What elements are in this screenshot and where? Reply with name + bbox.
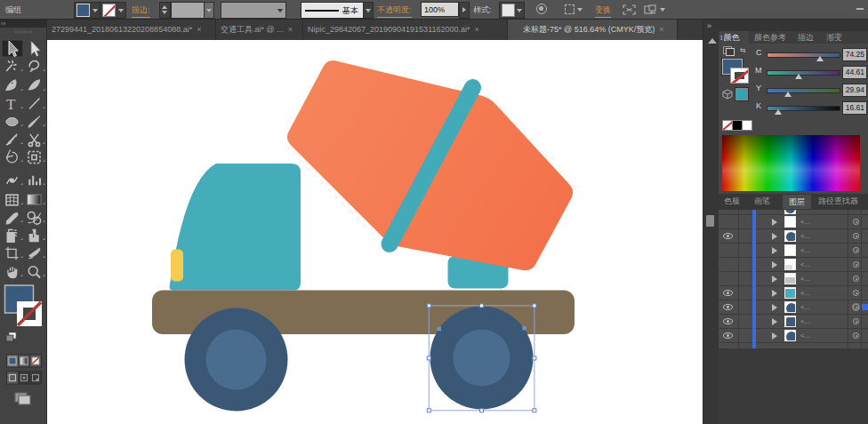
svg-text:T: T	[6, 96, 16, 113]
svg-text:››: ››	[1, 20, 6, 28]
